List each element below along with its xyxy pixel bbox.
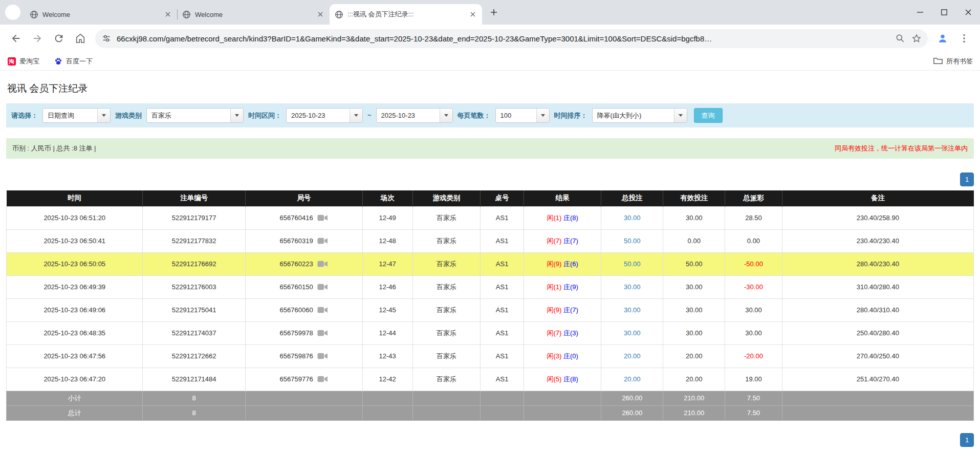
cell-total-bet: 50.00 [601, 252, 663, 275]
cell-bet-id: 522912175041 [143, 298, 245, 321]
cell-bet-id: 522912176003 [143, 275, 245, 298]
sort-select[interactable]: 降幂(由大到小) [592, 108, 687, 123]
video-replay-button[interactable] [317, 260, 328, 268]
cell-time: 2025-10-23 06:49:06 [7, 298, 143, 321]
cell-total-bet: 30.00 [601, 298, 663, 321]
close-window-button[interactable] [956, 0, 980, 25]
profile-button[interactable] [933, 29, 952, 48]
cell-note: 230.40/258.90 [782, 206, 973, 229]
close-tab-icon[interactable] [468, 10, 477, 19]
page-1-button[interactable]: 1 [960, 433, 974, 447]
bookmark-aitaobao[interactable]: 淘 爱淘宝 [7, 57, 39, 66]
round-number: 656760060 [280, 306, 313, 314]
cell-session: 12-45 [362, 298, 412, 321]
date-end-select[interactable]: 2025-10-23 [376, 108, 453, 123]
cell-game-type: 百家乐 [412, 229, 480, 252]
page-size-label: 每页笔数： [458, 111, 491, 120]
zoom-indicator-icon[interactable] [895, 33, 905, 44]
bookmarks-bar: 淘 爱淘宝 百度一下 所有书签 [0, 52, 980, 71]
cell-table-no: AS1 [481, 229, 524, 252]
bookmark-label: 百度一下 [66, 57, 93, 66]
total-bet-link[interactable]: 20.00 [624, 352, 641, 360]
back-arrow-icon [10, 33, 21, 44]
total-bet-link[interactable]: 20.00 [624, 375, 641, 383]
date-start-dropdown-button[interactable] [350, 109, 362, 122]
page-size-dropdown-button[interactable] [536, 109, 549, 122]
browser-menu-button[interactable] [954, 29, 974, 48]
new-tab-button[interactable] [486, 5, 502, 20]
site-info-icon[interactable] [101, 33, 112, 44]
bet-row: 2025-10-23 06:47:56522912172662656759876… [7, 345, 974, 368]
all-bookmarks-button[interactable]: 所有书签 [933, 57, 973, 66]
video-camera-icon [317, 375, 328, 383]
video-replay-button[interactable] [317, 329, 328, 337]
game-category-dropdown-button[interactable] [230, 109, 243, 122]
cell-result: 闲(5) 庄(8) [524, 368, 601, 391]
total-bet-link[interactable]: 30.00 [624, 306, 641, 314]
video-replay-button[interactable] [317, 214, 328, 222]
cell-result: 闲(9) 庄(7) [524, 298, 601, 321]
tab-title: Welcome [195, 11, 312, 18]
total-bet-link[interactable]: 50.00 [624, 260, 641, 268]
tab-welcome-2[interactable]: Welcome [177, 4, 330, 25]
result-banker: 庄(9) [563, 283, 578, 291]
video-replay-button[interactable] [317, 375, 328, 383]
date-end-dropdown-button[interactable] [440, 109, 452, 122]
total-payout: 7.50 [725, 405, 782, 420]
cell-valid-bet: 0.00 [663, 229, 725, 252]
reload-button[interactable] [49, 29, 69, 48]
date-range-separator: ~ [367, 112, 372, 119]
date-start-select[interactable]: 2025-10-23 [286, 108, 363, 123]
url-text[interactable]: 66cxkj98.com/game/betrecord_search/kind3… [117, 34, 890, 43]
home-button[interactable] [71, 29, 90, 48]
tab-bet-records[interactable]: :::视讯 会员下注纪录::: [330, 4, 482, 25]
cell-result: 闲(3) 庄(0) [524, 345, 601, 368]
sort-dropdown-button[interactable] [674, 109, 687, 122]
video-replay-button[interactable] [317, 283, 328, 291]
result-banker: 庄(7) [563, 237, 578, 245]
video-replay-button[interactable] [317, 352, 328, 360]
query-type-select[interactable]: 日期查询 [42, 108, 111, 123]
all-bookmarks-label: 所有书签 [946, 57, 973, 66]
address-bar[interactable]: 66cxkj98.com/game/betrecord_search/kind3… [95, 29, 928, 48]
video-replay-button[interactable] [317, 306, 328, 314]
round-number: 656760150 [280, 283, 313, 291]
total-bet-link[interactable]: 50.00 [624, 237, 641, 245]
video-camera-icon [317, 283, 328, 291]
tab-welcome-1[interactable]: Welcome [25, 4, 177, 25]
bookmark-baidu[interactable]: 百度一下 [54, 57, 93, 66]
result-banker: 庄(7) [563, 306, 578, 314]
round-number: 656759876 [280, 352, 313, 360]
close-tab-icon[interactable] [316, 10, 324, 19]
maximize-icon [941, 9, 947, 15]
subtotal-empty-cell [412, 391, 480, 405]
total-bet-link[interactable]: 30.00 [624, 283, 641, 291]
query-type-dropdown-button[interactable] [97, 109, 110, 122]
cell-payout: 28.50 [725, 206, 782, 229]
page-1-button[interactable]: 1 [960, 173, 974, 186]
minimize-button[interactable] [908, 0, 932, 25]
cell-payout: -20.00 [725, 345, 782, 368]
subtotal-empty-cell [245, 391, 362, 405]
forward-button[interactable] [28, 29, 47, 48]
total-bet-link[interactable]: 30.00 [624, 329, 641, 337]
bookmark-star-icon[interactable] [911, 33, 922, 44]
query-type-value: 日期查询 [43, 109, 97, 122]
round-number: 656759978 [280, 329, 313, 337]
page-size-select[interactable]: 100 [495, 108, 550, 123]
game-category-label: 游戏类别 [115, 111, 142, 120]
close-tab-icon[interactable] [163, 10, 172, 19]
back-button[interactable] [6, 29, 26, 48]
search-button[interactable]: 查询 [694, 108, 723, 123]
game-category-select[interactable]: 百家乐 [146, 108, 244, 123]
header-valid-bet: 有效投注 [663, 190, 725, 206]
cell-round: 656760060 [245, 298, 362, 321]
cell-payout: -30.00 [725, 275, 782, 298]
browser-profile-circle[interactable] [5, 5, 20, 20]
video-replay-button[interactable] [317, 237, 328, 245]
header-time: 时间 [7, 190, 143, 206]
maximize-button[interactable] [932, 0, 956, 25]
subtotal-empty-cell [362, 391, 412, 405]
subtotal-row: 小计 8 260.00 210.00 7.50 [7, 391, 974, 405]
total-bet-link[interactable]: 30.00 [624, 214, 641, 222]
